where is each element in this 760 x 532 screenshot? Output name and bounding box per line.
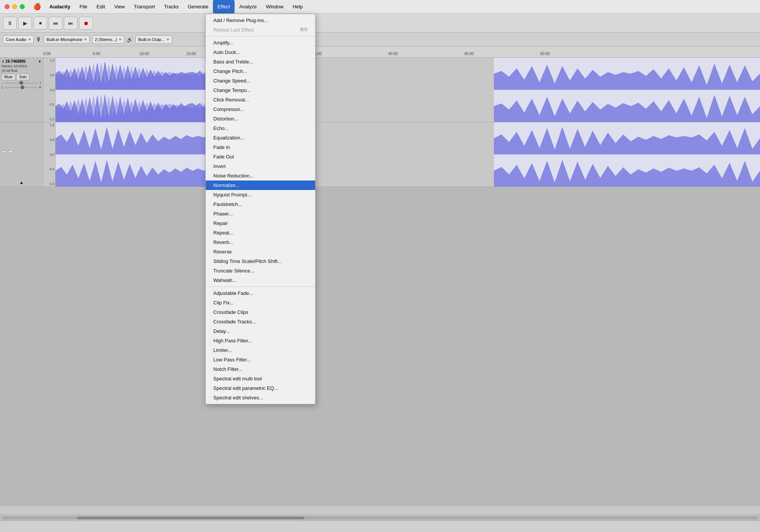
menu-reverb[interactable]: Reverb...	[206, 238, 315, 247]
menu-repeat-last-effect: Repeat Last Effect ⌘R	[206, 25, 315, 35]
menu-noise-reduction[interactable]: Noise Reduction...	[206, 171, 315, 180]
menu-clip-fix[interactable]: Clip Fix...	[206, 298, 315, 307]
menu-repair[interactable]: Repair	[206, 218, 315, 228]
scale-1-mid-low: -0.5	[44, 103, 54, 106]
track-1-name: 19-7468895	[5, 59, 37, 63]
scale-1-mid: 0.0	[44, 88, 54, 92]
track-1-dropdown-icon[interactable]: ▼	[38, 60, 41, 63]
track-2-solo-button[interactable]	[8, 150, 13, 153]
channels-select[interactable]: 2 (Stereo...) ▼	[92, 35, 124, 44]
ruler-mark-40: 40:00	[388, 52, 398, 56]
menu-distortion[interactable]: Distortion...	[206, 114, 315, 124]
menu-transport[interactable]: Transport	[129, 0, 159, 13]
track-1-close-btn[interactable]: ✕	[2, 60, 5, 63]
menu-file[interactable]: File	[75, 0, 92, 13]
menu-limiter[interactable]: Limiter...	[206, 345, 315, 355]
menu-add-remove-plugins[interactable]: Add / Remove Plug-ins...	[206, 16, 315, 25]
menu-generate[interactable]: Generate	[183, 0, 213, 13]
track-2-mute-button[interactable]	[2, 150, 7, 153]
menu-separator-1	[206, 36, 315, 36]
output-device-select[interactable]: Built-in Outp... ▼	[135, 35, 172, 44]
scale-2-mid-low: -0.5	[44, 167, 54, 171]
menu-change-pitch[interactable]: Change Pitch...	[206, 66, 315, 76]
menu-view[interactable]: View	[109, 0, 129, 13]
menu-notch-filter[interactable]: Notch Filter...	[206, 364, 315, 374]
menu-edit[interactable]: Edit	[92, 0, 109, 13]
track-1-solo-button[interactable]: Solo	[16, 74, 29, 80]
ruler-mark-0: 0:00	[43, 52, 51, 56]
pause-button[interactable]: ⏸	[3, 17, 17, 30]
maximize-button[interactable]	[20, 4, 25, 9]
ruler-mark-45: 45:00	[464, 52, 474, 56]
minimize-button[interactable]	[12, 4, 17, 9]
menu-help[interactable]: Help	[288, 0, 308, 13]
menu-spectral-edit-multi[interactable]: Spectral edit multi tool	[206, 374, 315, 383]
menu-nyquist-prompt[interactable]: Nyquist Prompt...	[206, 190, 315, 200]
horizontal-scrollbar[interactable]	[0, 515, 760, 521]
menu-wahwah[interactable]: Wahwah...	[206, 276, 315, 285]
menu-repeat[interactable]: Repeat...	[206, 228, 315, 238]
menu-delay[interactable]: Delay...	[206, 326, 315, 336]
menu-equalization[interactable]: Equalization...	[206, 133, 315, 142]
menu-bass-treble[interactable]: Bass and Treble...	[206, 57, 315, 66]
scrollbar-thumb[interactable]	[77, 516, 304, 519]
skip-start-button[interactable]: ⏮	[49, 17, 62, 30]
menu-invert[interactable]: Invert	[206, 162, 315, 171]
menu-adjustable-fade[interactable]: Adjustable Fade...	[206, 288, 315, 298]
menu-crossfade-tracks[interactable]: Crossfade Tracks...	[206, 317, 315, 326]
menu-effect[interactable]: Effect	[213, 0, 235, 13]
input-device-arrow-icon: ▼	[84, 38, 87, 41]
volume-icon: 🔊	[127, 36, 133, 43]
track-1-pan-slider[interactable]	[5, 87, 37, 88]
menubar: 🍎 Audacity File Edit View Transport Trac…	[0, 0, 760, 14]
menu-change-tempo[interactable]: Change Tempo...	[206, 86, 315, 95]
menu-fade-out[interactable]: Fade Out	[206, 152, 315, 162]
scale-1-mid-high: 0.5	[44, 73, 54, 77]
track-2-waveform-right	[494, 122, 760, 187]
menu-change-speed[interactable]: Change Speed...	[206, 76, 315, 86]
menu-audacity[interactable]: Audacity	[45, 0, 75, 13]
menu-low-pass-filter[interactable]: Low Pass Filter...	[206, 355, 315, 364]
menu-click-removal[interactable]: Click Removal...	[206, 95, 315, 104]
track-2-collapse-icon[interactable]: ▲	[19, 180, 24, 185]
scale-1-top: 1.0	[44, 59, 54, 62]
mic-icon: 🎙	[36, 36, 41, 43]
menu-echo[interactable]: Echo...	[206, 124, 315, 133]
menu-reverse[interactable]: Reverse	[206, 247, 315, 256]
input-device-label: Built-in Microphone	[46, 37, 82, 42]
audio-host-select[interactable]: Core Audio ▼	[3, 35, 34, 44]
menu-crossfade-clips[interactable]: Crossfade Clips	[206, 307, 315, 317]
menu-fade-in[interactable]: Fade In	[206, 142, 315, 152]
track-1-pan-l-label: L	[2, 86, 3, 89]
menu-tracks[interactable]: Tracks	[159, 0, 183, 13]
track-1-pan-r-label: R	[39, 86, 42, 89]
menu-normalize[interactable]: Normalize...	[206, 180, 315, 190]
track-1-mute-button[interactable]: Mute	[2, 74, 15, 80]
effect-dropdown-menu: Add / Remove Plug-ins... Repeat Last Eff…	[205, 14, 316, 404]
menu-apple[interactable]: 🍎	[29, 0, 45, 13]
menu-high-pass-filter[interactable]: High Pass Filter...	[206, 336, 315, 345]
menu-spectral-edit-shelves[interactable]: Spectral edit shelves...	[206, 393, 315, 402]
menu-window[interactable]: Window	[261, 0, 288, 13]
skip-end-button[interactable]: ⏭	[64, 17, 78, 30]
menu-analyze[interactable]: Analyze	[235, 0, 261, 13]
empty-track-area	[0, 187, 760, 506]
play-button[interactable]: ▶	[18, 17, 32, 30]
stop-button[interactable]: ■	[33, 17, 47, 30]
scrollbar-track[interactable]	[2, 516, 758, 519]
menu-amplify[interactable]: Amplify...	[206, 38, 315, 48]
repeat-shortcut: ⌘R	[300, 27, 308, 32]
menu-phaser[interactable]: Phaser...	[206, 209, 315, 218]
record-button[interactable]: ⏺	[79, 17, 93, 30]
menu-truncate-silence[interactable]: Truncate Silence...	[206, 266, 315, 276]
menu-compressor[interactable]: Compressor...	[206, 104, 315, 114]
track-1-gain-slider[interactable]	[4, 82, 38, 84]
channels-arrow-icon: ▼	[119, 38, 122, 41]
menu-spectral-edit-parametric[interactable]: Spectral edit parametric EQ...	[206, 383, 315, 393]
input-device-select[interactable]: Built-in Microphone ▼	[44, 35, 90, 44]
track-1-gain-plus-icon: +	[40, 81, 41, 85]
menu-sliding-time-scale[interactable]: Sliding Time Scale/Pitch Shift...	[206, 256, 315, 266]
close-button[interactable]	[5, 4, 10, 9]
menu-paulstretch[interactable]: Paulstretch...	[206, 200, 315, 209]
menu-auto-duck[interactable]: Auto Duck...	[206, 48, 315, 57]
